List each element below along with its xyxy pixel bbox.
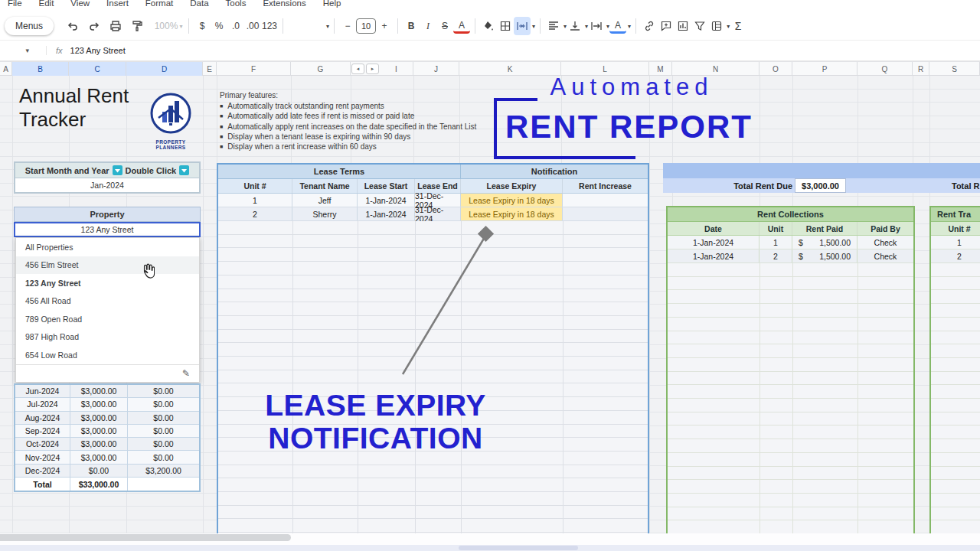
rent-cell[interactable]: $0.00 [70, 465, 128, 478]
amount-cell[interactable]: $0.00 [128, 398, 199, 411]
unhide-left-icon[interactable]: ◂ [351, 64, 364, 74]
amount-cell[interactable]: $0.00 [128, 425, 199, 438]
redo-icon[interactable] [86, 17, 103, 35]
col-header-j[interactable]: J [413, 62, 459, 76]
col-header-f[interactable]: F [217, 62, 291, 76]
month-cell[interactable]: Oct-2024 [15, 438, 70, 451]
font-family-dropdown[interactable] [288, 18, 325, 34]
rent-cell[interactable]: $3,000.00 [70, 451, 128, 464]
insert-link-icon[interactable] [641, 17, 658, 35]
chevron-down-icon[interactable]: ▾ [326, 23, 329, 30]
bold-button[interactable]: B [403, 17, 420, 35]
table-views-icon[interactable] [708, 17, 725, 35]
col-header-a[interactable]: A [0, 62, 12, 76]
tenant-cell[interactable]: Sherry [292, 207, 358, 220]
col-header-b[interactable]: B [12, 62, 69, 76]
start-month-value[interactable]: Jan-2024 [15, 178, 199, 192]
merge-cells-button[interactable] [514, 17, 531, 35]
total-value-cell[interactable]: $33,000.00 [70, 478, 128, 491]
unit-cell[interactable]: 2 [760, 249, 792, 262]
unit-cell[interactable]: 1 [760, 236, 792, 249]
rent-increase-cell[interactable] [563, 194, 648, 207]
col-header-e[interactable]: E [203, 62, 217, 76]
text-rotation-button[interactable]: A [609, 18, 626, 34]
menu-file[interactable]: File [8, 0, 22, 8]
unit-cell[interactable]: 2 [218, 207, 292, 220]
menu-format[interactable]: Format [145, 0, 173, 8]
empty-rows[interactable] [218, 221, 648, 534]
increase-font-size-button[interactable]: + [376, 17, 393, 35]
rent-paid-cell[interactable]: 1,500.00 [819, 252, 851, 261]
rent-cell[interactable]: $3,000.00 [70, 385, 128, 398]
month-cell[interactable]: Nov-2024 [15, 451, 70, 464]
lease-end-cell[interactable]: 31-Dec-2024 [415, 207, 461, 220]
number-format-button[interactable]: 123 [261, 17, 278, 35]
vertical-align-icon[interactable] [567, 17, 583, 35]
menu-extensions[interactable]: Extensions [263, 0, 305, 8]
dropdown-option[interactable]: 789 Open Road [16, 310, 199, 328]
month-cell[interactable]: Jul-2024 [15, 398, 70, 411]
paid-by-cell[interactable]: Check [858, 236, 913, 249]
date-cell[interactable]: 1-Jan-2024 [668, 249, 760, 262]
empty-rows[interactable] [668, 263, 913, 549]
rent-paid-cell[interactable]: 1,500.00 [819, 238, 851, 247]
menu-data[interactable]: Data [190, 0, 208, 8]
menu-tools[interactable]: Tools [226, 0, 247, 8]
date-cell[interactable]: 1-Jan-2024 [668, 236, 760, 249]
dropdown-option[interactable]: All Properties [16, 238, 199, 256]
month-cell[interactable]: Dec-2024 [15, 465, 70, 478]
formula-input[interactable]: 123 Any Street [70, 46, 126, 55]
unit-cell[interactable]: 1 [218, 194, 292, 207]
rent-cell[interactable]: $3,000.00 [70, 412, 128, 425]
filter-icon[interactable] [691, 17, 708, 35]
dropdown-option[interactable]: 456 All Road [16, 292, 199, 311]
chevron-down-icon[interactable]: ▾ [628, 23, 631, 30]
total-rent-due-value[interactable]: $3,000.00 [795, 178, 846, 193]
paid-by-cell[interactable]: Check [858, 249, 913, 262]
format-currency-button[interactable]: $ [194, 17, 211, 35]
print-icon[interactable] [107, 17, 124, 35]
unit-cell[interactable]: 1 [931, 236, 980, 249]
menus-button[interactable]: Menus [5, 17, 54, 35]
property-selected-cell[interactable]: 123 Any Street [14, 222, 201, 237]
paint-format-icon[interactable] [129, 17, 145, 35]
lease-expiry-alert[interactable]: Lease Expiry in 18 days [461, 207, 563, 220]
col-header-d[interactable]: D [126, 62, 203, 76]
chevron-down-icon[interactable]: ▾ [532, 23, 535, 30]
col-header-o[interactable]: O [760, 62, 792, 76]
italic-button[interactable]: I [420, 17, 436, 35]
lease-start-cell[interactable]: 1-Jan-2024 [358, 207, 415, 220]
amount-cell[interactable]: $0.00 [128, 438, 199, 451]
unhide-right-icon[interactable]: ▸ [366, 64, 379, 74]
dropdown-option[interactable]: 987 High Road [16, 328, 199, 347]
total-label-cell[interactable]: Total [15, 478, 70, 491]
zoom-control[interactable]: 100%▾ [153, 17, 184, 35]
dropdown-icon[interactable] [179, 165, 189, 175]
decrease-decimals-button[interactable]: .0 [227, 17, 244, 35]
empty-cell[interactable] [128, 478, 199, 491]
rent-increase-cell[interactable] [563, 207, 648, 220]
increase-decimals-button[interactable]: .00 [244, 17, 261, 35]
unit-cell[interactable]: 2 [931, 249, 980, 263]
amount-cell[interactable]: $0.00 [128, 385, 199, 398]
lease-expiry-alert[interactable]: Lease Expiry in 18 days [461, 194, 563, 207]
decrease-font-size-button[interactable]: − [339, 17, 356, 35]
rent-cell[interactable]: $3,000.00 [70, 425, 128, 438]
rent-cell[interactable]: $3,000.00 [70, 398, 128, 411]
fill-color-icon[interactable] [480, 17, 497, 35]
month-cell[interactable]: Jun-2024 [15, 385, 70, 398]
scrollbar-thumb[interactable] [459, 546, 578, 550]
menu-edit[interactable]: Edit [39, 0, 54, 8]
text-color-button[interactable]: A [453, 18, 470, 34]
text-wrap-icon[interactable] [588, 17, 605, 35]
dropdown-option[interactable]: 654 Low Road [16, 346, 199, 364]
lease-start-cell[interactable]: 1-Jan-2024 [358, 194, 415, 207]
functions-button[interactable]: Σ [730, 17, 746, 35]
name-box-dropdown[interactable]: ▾ [0, 47, 35, 54]
menu-insert[interactable]: Insert [106, 0, 129, 8]
tab-bar-segment[interactable] [0, 534, 291, 541]
font-size-input[interactable]: 10 [356, 18, 376, 34]
horizontal-scrollbar[interactable] [0, 545, 980, 551]
borders-icon[interactable] [497, 17, 514, 35]
amount-cell[interactable]: $0.00 [128, 412, 199, 425]
